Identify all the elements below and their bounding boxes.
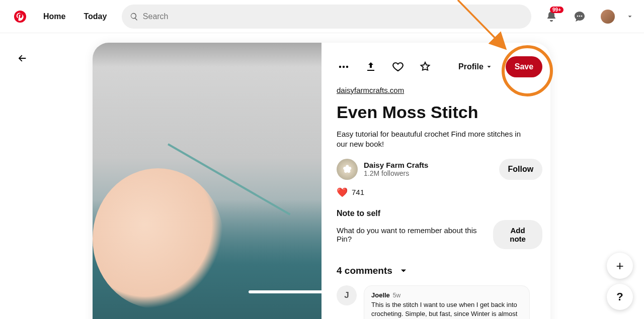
chevron-down-icon <box>398 266 409 276</box>
chat-icon <box>574 11 586 23</box>
comment-text: This is the stitch I want to use when I … <box>371 301 518 319</box>
app-header: Home Today 99+ <box>0 0 644 33</box>
commenter-avatar[interactable]: J <box>337 285 357 305</box>
commenter-name[interactable]: Joelle <box>371 291 390 299</box>
favorite-button[interactable] <box>418 60 432 74</box>
svg-point-2 <box>579 15 581 17</box>
pin-content: Profile Save daisyfarmcrafts.com Even Mo… <box>321 43 550 319</box>
comment-item: J Joelle5w This is the stitch I want to … <box>337 285 542 319</box>
note-heading: Note to self <box>337 209 542 218</box>
reactions-row[interactable]: ❤️ 741 <box>337 187 542 198</box>
comments-count-label: 4 comments <box>337 265 392 276</box>
board-selector[interactable]: Profile <box>458 62 493 71</box>
author-text[interactable]: Daisy Farm Crafts 1.2M followers <box>364 161 428 177</box>
source-link[interactable]: daisyfarmcrafts.com <box>337 86 404 94</box>
heart-icon <box>392 61 404 73</box>
profile-avatar[interactable] <box>596 5 620 29</box>
comment-time: 5w <box>393 292 400 299</box>
more-button[interactable] <box>337 60 351 74</box>
star-icon <box>419 61 431 73</box>
media-hand <box>93 168 223 309</box>
more-icon <box>338 61 350 73</box>
heart-emoji-icon: ❤️ <box>337 187 348 198</box>
svg-point-1 <box>577 15 579 17</box>
pinterest-icon <box>14 11 26 23</box>
pinterest-logo[interactable] <box>8 5 32 29</box>
svg-point-4 <box>339 66 341 68</box>
create-fab[interactable]: + <box>607 253 633 279</box>
notification-badge: 99+ <box>550 7 564 13</box>
search-icon <box>130 12 138 21</box>
search-bar[interactable] <box>122 5 531 29</box>
svg-point-6 <box>346 66 348 68</box>
pin-media[interactable] <box>93 43 321 319</box>
notifications-button[interactable]: 99+ <box>539 5 564 29</box>
svg-point-3 <box>581 15 583 17</box>
chevron-down-icon <box>486 63 493 70</box>
nav-today[interactable]: Today <box>76 6 114 27</box>
follow-button[interactable]: Follow <box>499 159 543 180</box>
nav-home[interactable]: Home <box>36 6 72 27</box>
comment-bubble: Joelle5w This is the stitch I want to us… <box>364 285 530 319</box>
author-avatar[interactable] <box>337 159 358 180</box>
account-menu-chevron[interactable] <box>624 11 636 23</box>
add-note-button[interactable]: Add note <box>493 220 542 249</box>
messages-button[interactable] <box>568 5 592 29</box>
note-prompt: What do you want to remember about this … <box>337 226 487 243</box>
comments-toggle[interactable]: 4 comments <box>337 265 542 276</box>
board-selector-label: Profile <box>458 62 484 71</box>
arrow-left-icon <box>17 53 28 64</box>
author-name: Daisy Farm Crafts <box>364 161 428 169</box>
chevron-down-icon <box>626 13 633 20</box>
help-fab[interactable]: ? <box>607 284 633 310</box>
share-button[interactable] <box>364 60 378 74</box>
pin-description: Easy tutorial for beautuful crochet Find… <box>337 129 528 150</box>
pin-title: Even Moss Stitch <box>337 102 542 122</box>
back-button[interactable] <box>12 48 32 68</box>
reaction-count: 741 <box>352 188 364 196</box>
svg-point-5 <box>343 66 345 68</box>
save-button[interactable]: Save <box>506 56 542 77</box>
share-icon <box>365 61 377 73</box>
svg-point-0 <box>14 11 26 23</box>
author-followers: 1.2M followers <box>364 169 428 177</box>
search-input[interactable] <box>143 12 523 21</box>
react-button[interactable] <box>391 60 405 74</box>
avatar-image <box>601 10 615 24</box>
pin-toolbar: Profile Save <box>337 55 542 79</box>
pin-card: Profile Save daisyfarmcrafts.com Even Mo… <box>93 43 550 319</box>
author-row: Daisy Farm Crafts 1.2M followers Follow <box>337 159 542 180</box>
note-row: What do you want to remember about this … <box>337 220 542 249</box>
